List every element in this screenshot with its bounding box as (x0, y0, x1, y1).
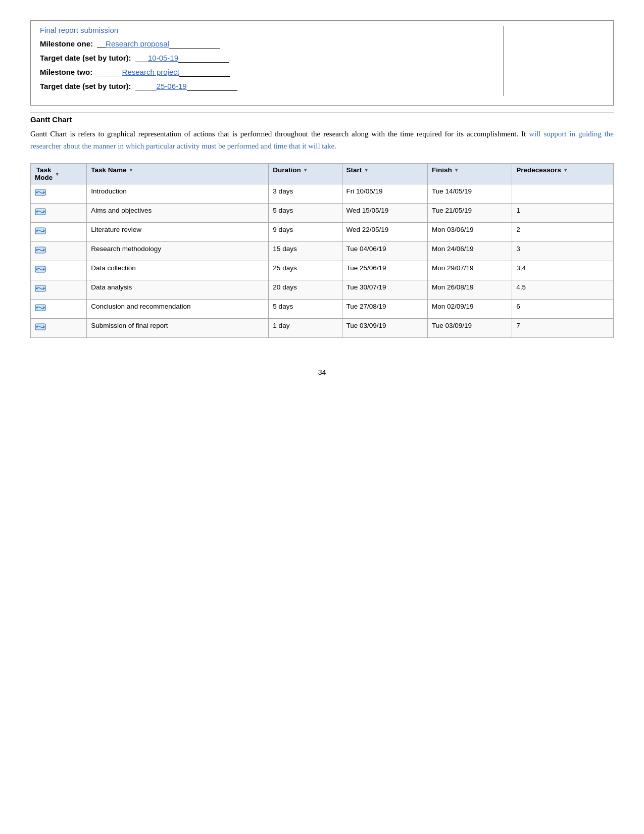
top-box-right (503, 26, 604, 96)
cell-finish: Mon 03/06/19 (427, 223, 512, 242)
cell-predecessors: 1 (512, 204, 614, 223)
col-duration: Duration ▼ (269, 164, 342, 184)
table-row: Introduction3 daysFri 10/05/19Tue 14/05/… (31, 184, 614, 204)
cell-start: Wed 22/05/19 (342, 223, 427, 242)
target-date-two-line: Target date (set by tutor): _____25-06-1… (40, 82, 503, 91)
table-row: Aims and objectives5 daysWed 15/05/19Tue… (31, 204, 614, 223)
cell-finish: Mon 29/07/19 (427, 261, 512, 280)
cell-task-name: Research methodology (87, 242, 269, 261)
milestone-one-label: Milestone one: (40, 39, 93, 48)
cell-task-mode (31, 319, 87, 338)
cell-finish: Tue 03/09/19 (427, 319, 512, 338)
cell-task-name: Literature review (87, 223, 269, 242)
milestone-two-blank (179, 68, 230, 77)
start-dropdown-icon[interactable]: ▼ (364, 167, 369, 173)
predecessors-dropdown-icon[interactable]: ▼ (563, 167, 568, 173)
duration-dropdown-icon[interactable]: ▼ (303, 167, 308, 173)
cell-duration: 1 day (269, 319, 342, 338)
cell-finish: Mon 02/09/19 (427, 300, 512, 319)
cell-predecessors: 6 (512, 300, 614, 319)
col-finish-label: Finish (432, 166, 452, 174)
gantt-chart-title: Gantt Chart (30, 113, 614, 124)
target-date-one-label: Target date (set by tutor): (40, 54, 131, 62)
task-mode-dropdown-icon[interactable]: ▼ (55, 171, 60, 177)
milestone-two-line: Milestone two: ______Research project (40, 68, 503, 77)
cell-task-mode (31, 300, 87, 319)
cell-task-name: Data analysis (87, 280, 269, 300)
milestone-one-prefix: __ (97, 39, 106, 48)
cell-start: Tue 03/09/19 (342, 319, 427, 338)
finish-dropdown-icon[interactable]: ▼ (454, 167, 459, 173)
cell-predecessors: 4,5 (512, 280, 614, 300)
milestone-one-value: Research proposal (106, 39, 169, 48)
cell-duration: 9 days (269, 223, 342, 242)
task-mode-icon (35, 322, 46, 334)
cell-task-mode (31, 184, 87, 204)
target-date-two-blank (187, 82, 237, 91)
cell-predecessors (512, 184, 614, 204)
col-predecessors-label: Predecessors (516, 166, 561, 174)
cell-start: Fri 10/05/19 (342, 184, 427, 204)
task-mode-icon (35, 226, 46, 238)
cell-task-name: Data collection (87, 261, 269, 280)
cell-task-mode (31, 280, 87, 300)
milestone-two-label: Milestone two: (40, 68, 92, 76)
task-mode-icon (35, 187, 46, 200)
cell-finish: Tue 14/05/19 (427, 184, 512, 204)
task-mode-icon (35, 264, 46, 277)
cell-duration: 5 days (269, 300, 342, 319)
target-date-one-prefix: ___ (135, 54, 148, 62)
table-row: Data analysis20 daysTue 30/07/19Mon 26/0… (31, 280, 614, 300)
page-container: Final report submission Milestone one: _… (30, 20, 614, 376)
target-date-one-value: 10-05-19 (148, 54, 178, 62)
col-predecessors: Predecessors ▼ (512, 164, 614, 184)
cell-task-mode (31, 204, 87, 223)
cell-start: Tue 30/07/19 (342, 280, 427, 300)
col-task-mode: TaskMode ▼ (31, 164, 87, 184)
task-mode-icon (35, 245, 46, 258)
cell-predecessors: 3 (512, 242, 614, 261)
cell-start: Tue 25/06/19 (342, 261, 427, 280)
cell-task-name: Conclusion and recommendation (87, 300, 269, 319)
cell-task-mode (31, 223, 87, 242)
cell-duration: 25 days (269, 261, 342, 280)
top-box: Final report submission Milestone one: _… (30, 20, 614, 106)
table-row: Submission of final report1 dayTue 03/09… (31, 319, 614, 338)
col-task-name-label: Task Name (91, 166, 126, 174)
cell-duration: 3 days (269, 184, 342, 204)
cell-duration: 20 days (269, 280, 342, 300)
target-date-two-value: 25-06-19 (157, 82, 187, 90)
task-mode-icon (35, 303, 46, 315)
target-date-two-label: Target date (set by tutor): (40, 82, 131, 90)
target-date-two-prefix: _____ (135, 82, 157, 90)
col-start-label: Start (346, 166, 362, 174)
cell-task-mode (31, 242, 87, 261)
cell-duration: 5 days (269, 204, 342, 223)
top-box-left: Final report submission Milestone one: _… (40, 26, 503, 96)
table-row: Conclusion and recommendation5 daysTue 2… (31, 300, 614, 319)
col-duration-label: Duration (273, 166, 301, 174)
cell-start: Tue 27/08/19 (342, 300, 427, 319)
top-box-title: Final report submission (40, 26, 503, 34)
cell-finish: Mon 24/06/19 (427, 242, 512, 261)
col-finish: Finish ▼ (427, 164, 512, 184)
cell-task-name: Introduction (87, 184, 269, 204)
cell-task-name: Submission of final report (87, 319, 269, 338)
task-name-dropdown-icon[interactable]: ▼ (128, 167, 133, 173)
milestone-one-line: Milestone one: __Research proposal (40, 39, 503, 48)
milestone-one-blank (169, 39, 220, 48)
table-row: Research methodology15 daysTue 04/06/19M… (31, 242, 614, 261)
col-task-mode-label: TaskMode (35, 166, 53, 181)
gantt-description: Gantt Chart is refers to graphical repre… (30, 128, 614, 152)
cell-finish: Tue 21/05/19 (427, 204, 512, 223)
table-header-row: TaskMode ▼ Task Name ▼ Duration ▼ (31, 164, 614, 184)
cell-predecessors: 7 (512, 319, 614, 338)
page-number: 34 (30, 368, 614, 376)
milestone-two-prefix: ______ (97, 68, 122, 76)
cell-predecessors: 3,4 (512, 261, 614, 280)
target-date-one-line: Target date (set by tutor): ___10-05-19 (40, 54, 503, 63)
col-task-name: Task Name ▼ (87, 164, 269, 184)
cell-predecessors: 2 (512, 223, 614, 242)
table-row: Data collection25 daysTue 25/06/19Mon 29… (31, 261, 614, 280)
cell-task-mode (31, 261, 87, 280)
